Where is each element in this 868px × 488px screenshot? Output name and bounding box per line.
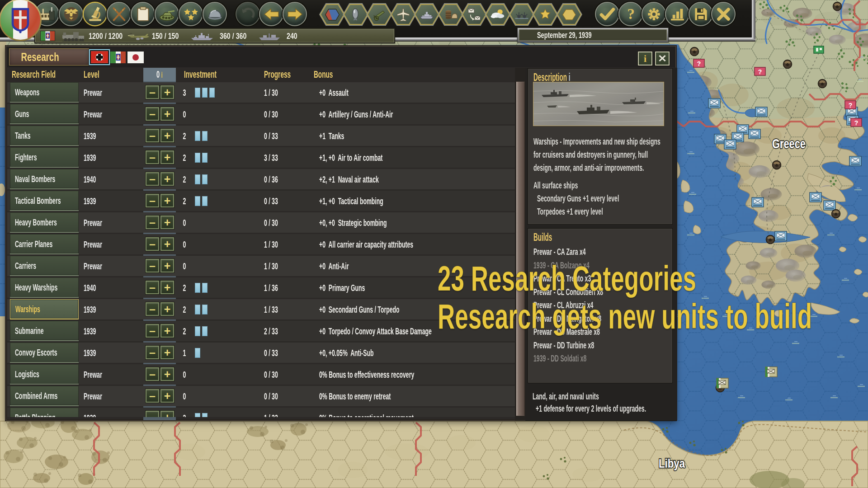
increase-investment-button[interactable]: + <box>160 367 174 381</box>
decrease-investment-button[interactable]: – <box>146 129 159 142</box>
toolbar-research-button[interactable] <box>83 2 107 26</box>
tab-germany-flag[interactable] <box>89 49 110 65</box>
decrease-investment-button[interactable]: – <box>146 85 159 99</box>
increase-investment-button[interactable]: + <box>160 302 174 316</box>
toolbar-statistics-button[interactable] <box>665 2 689 26</box>
toolbar-land-units-button[interactable] <box>107 2 131 26</box>
toolbar-infantry-button[interactable] <box>203 2 227 26</box>
italy-emblem-icon[interactable] <box>0 0 43 42</box>
description-photo <box>533 82 664 126</box>
resource-value: 150 / 150 <box>152 29 188 43</box>
research-field-cell[interactable]: Convoy Escorts <box>10 343 79 363</box>
research-field-cell[interactable]: Tactical Bombers <box>10 191 79 211</box>
toolbar-exit-button[interactable] <box>711 2 736 26</box>
increase-investment-button[interactable]: + <box>160 194 174 207</box>
research-bonus: +1, +0 Tactical bombing <box>319 191 514 211</box>
tab-japan-flag[interactable] <box>127 51 144 64</box>
research-field-cell[interactable]: Heavy Warships <box>10 277 79 298</box>
increase-investment-button[interactable]: + <box>160 150 174 164</box>
research-bonus: +1, +0 Air to Air combat <box>319 147 514 168</box>
decrease-investment-button[interactable]: – <box>146 259 159 272</box>
research-field-cell[interactable]: Heavy Bombers <box>10 212 79 233</box>
decrease-investment-button[interactable]: – <box>146 389 159 403</box>
scrollbar-thumb[interactable] <box>516 81 525 416</box>
toolbar-save-button[interactable] <box>689 2 713 26</box>
research-field-cell[interactable]: Submarine <box>10 321 79 341</box>
research-field-cell[interactable]: Carriers <box>10 256 79 276</box>
toolbar-settings-button[interactable] <box>642 2 666 26</box>
investment-count: 0 <box>179 256 190 276</box>
increase-investment-button[interactable]: + <box>160 259 174 272</box>
close-button[interactable]: ✕ <box>655 52 670 66</box>
research-progress: 0 / 33 <box>264 191 318 211</box>
date-box: September 29, 1939 <box>517 28 669 42</box>
research-bonus: +1 Tanks <box>319 126 514 146</box>
toolbar-reports-button[interactable] <box>131 2 155 26</box>
decrease-investment-button[interactable]: – <box>146 346 159 359</box>
decrease-investment-button[interactable]: – <box>146 194 159 207</box>
decrease-investment-button[interactable]: – <box>146 216 159 229</box>
investment-count: 0 <box>179 234 190 254</box>
decrease-investment-button[interactable]: – <box>146 367 159 381</box>
increase-investment-button[interactable]: + <box>160 107 174 121</box>
terrain-hex-icon <box>323 6 341 23</box>
toolbar-armor-button[interactable] <box>155 2 179 26</box>
description-box: Description i Warships - Improvements an… <box>528 69 672 224</box>
tab-italy-flag[interactable] <box>110 51 126 64</box>
toolbar-undo-button[interactable] <box>236 2 260 26</box>
research-bonus: +0, +0 Strategic bombing <box>319 212 514 233</box>
research-level: 1940 <box>84 169 138 189</box>
toolbar-commanders-button[interactable] <box>179 2 203 26</box>
research-field-cell[interactable]: Weapons <box>10 82 79 103</box>
toolbar-help-button[interactable]: ? <box>618 2 643 26</box>
research-progress: 1 / 30 <box>264 234 318 254</box>
research-field-cell[interactable]: Naval Bombers <box>10 169 79 189</box>
marketing-overlay-text: 23 Resarch Categories Research gets new … <box>438 259 868 335</box>
investment-count: 2 <box>179 169 190 189</box>
bomb-icon <box>347 6 365 23</box>
increase-investment-button[interactable]: + <box>160 281 174 294</box>
navy-icon <box>190 30 214 42</box>
increase-investment-button[interactable]: + <box>160 216 174 229</box>
increase-investment-button[interactable]: + <box>160 324 174 338</box>
decrease-investment-button[interactable]: – <box>146 324 159 338</box>
decrease-investment-button[interactable]: – <box>146 302 159 316</box>
research-field-cell[interactable]: Combined Arms <box>10 386 79 406</box>
research-field-cell[interactable]: Logistics <box>10 364 79 385</box>
info-button[interactable]: i <box>638 52 652 66</box>
toolbar-next-button[interactable] <box>283 2 307 26</box>
decrease-investment-button[interactable]: – <box>146 172 159 186</box>
question-icon: ? <box>621 5 641 24</box>
research-field-cell[interactable]: Warships <box>10 299 79 319</box>
decrease-investment-button[interactable]: – <box>146 237 159 251</box>
toolbar-politics-button[interactable] <box>59 2 83 26</box>
toolbar-previous-button[interactable] <box>259 2 283 26</box>
increase-investment-button[interactable]: + <box>160 129 174 142</box>
toolbar-end-turn-button[interactable] <box>595 2 619 26</box>
research-field-cell[interactable]: Battle Planning <box>10 408 79 417</box>
increase-investment-button[interactable]: + <box>160 172 174 186</box>
research-field-cell[interactable]: Carrier Planes <box>10 234 79 254</box>
research-progress: 1 / 33 <box>264 408 318 417</box>
research-bonus: +0 Assault <box>319 82 514 103</box>
increase-investment-button[interactable]: + <box>160 237 174 251</box>
research-level: 1939 <box>84 126 138 146</box>
increase-investment-button[interactable]: + <box>160 346 174 359</box>
transport-icon <box>258 30 281 42</box>
eagle-icon <box>61 5 81 24</box>
decrease-investment-button[interactable]: – <box>146 411 159 417</box>
decrease-investment-button[interactable]: – <box>146 150 159 164</box>
increase-investment-button[interactable]: + <box>160 85 174 99</box>
increase-investment-button[interactable]: + <box>160 389 174 403</box>
investment-bars <box>195 364 249 385</box>
decrease-investment-button[interactable]: – <box>146 281 159 294</box>
increase-investment-button[interactable]: + <box>160 411 174 417</box>
investment-bars <box>195 299 249 319</box>
research-field-cell[interactable]: Fighters <box>10 147 79 168</box>
research-field-cell[interactable]: Guns <box>10 104 79 124</box>
nation-emblem[interactable] <box>0 0 43 42</box>
research-field-cell[interactable]: Tanks <box>10 126 79 146</box>
save-icon <box>691 5 711 24</box>
decrease-investment-button[interactable]: – <box>146 107 159 121</box>
builds-heading: Builds <box>533 231 565 244</box>
